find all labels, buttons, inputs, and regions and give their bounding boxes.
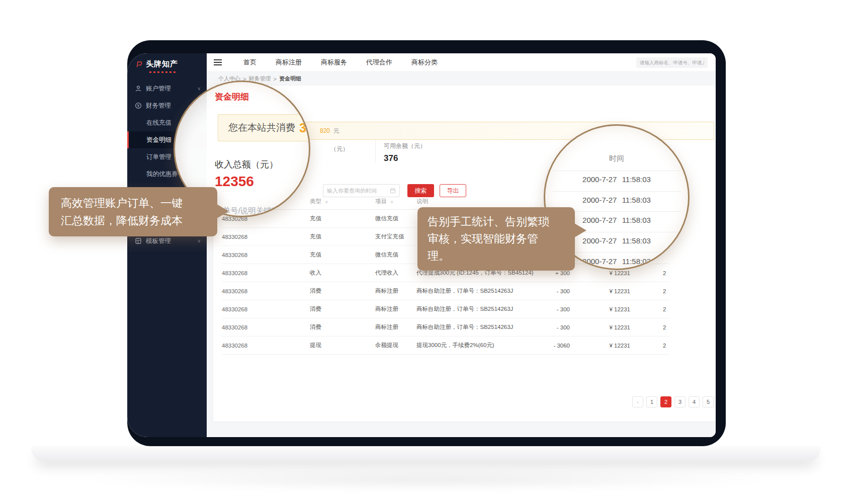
cell-amount: + 300 — [542, 270, 570, 276]
col-header-type[interactable]: 类型 ∨ — [310, 198, 375, 205]
cell-time: 2 — [630, 288, 669, 294]
zoomed-time-cell: 2000-7-27 11:58:03 — [545, 175, 688, 184]
cell-type: 收入 — [310, 269, 375, 277]
cell-order: 48330268 — [222, 234, 310, 240]
table-row: 48330268 消费 商标注册 商标自助注册，订单号：SB2514263J -… — [222, 282, 669, 300]
cell-time: 2 — [630, 270, 669, 276]
balance-label: 可用余额（元） — [384, 142, 426, 150]
cell-project: 商标注册 — [375, 323, 416, 331]
zoomed-row-divider — [552, 191, 681, 192]
cell-balance: ¥ 12231 — [570, 324, 630, 330]
cell-amount: - 300 — [542, 324, 570, 330]
search-input[interactable] — [636, 57, 708, 68]
logo: 头牌知产 — [127, 53, 207, 71]
cell-type: 消费 — [310, 323, 375, 331]
logo-title: 头牌知产 — [146, 59, 178, 69]
sidebar-item-label: 模板管理 — [146, 237, 197, 245]
breadcrumb-item-current: 资金明细 — [279, 75, 301, 82]
cell-desc: 商标自助注册，订单号：SB2514263J — [416, 323, 542, 331]
col-header-label: 项目 — [375, 198, 387, 204]
cell-type: 提现 — [310, 342, 375, 349]
logo-icon — [135, 61, 142, 68]
zoomed-income-label: 收入总额（元） — [215, 158, 278, 171]
table-row: 48330268 消费 商标注册 商标自助注册，订单号：SB2514263J -… — [222, 318, 669, 337]
tooltip-left: 高效管理账户订单、一键 汇总数据，降低财务成本 — [49, 187, 217, 236]
cell-time: 2 — [630, 306, 669, 312]
cell-amount: - 3060 — [542, 343, 570, 349]
pagination-page-1[interactable]: 1 — [646, 396, 657, 407]
cell-order: 48330268 — [222, 288, 310, 294]
sidebar-item-account[interactable]: 账户管理 ∨ — [127, 80, 207, 97]
cell-order: 48330268 — [222, 306, 310, 312]
breadcrumb: 个人中心 > 财务管理 > 资金明细 — [207, 72, 716, 86]
template-icon — [135, 237, 142, 244]
top-navbar: 首页 商标注册 商标服务 代理合作 商标分类 — [207, 53, 716, 72]
sort-caret-icon: ∨ — [390, 200, 393, 204]
cell-type: 充值 — [310, 233, 375, 240]
cell-amount: - 300 — [542, 306, 570, 312]
col-header-label: 类型 — [310, 198, 321, 204]
cell-balance: ¥ 12231 — [570, 288, 630, 294]
available-balance-stat: 可用余额（元） 376 — [384, 142, 426, 163]
zoomed-row-divider — [552, 171, 681, 171]
tooltip-line: 高效管理账户订单、一键 — [61, 194, 205, 212]
laptop-base — [31, 446, 821, 462]
banner-amount-fragment: 820 元 — [320, 127, 339, 135]
cell-project: 微信充值 — [375, 251, 416, 259]
zoomed-time-header: 时间 — [545, 154, 688, 163]
stage: 头牌知产 账户管理 ∨ — [0, 0, 853, 504]
col-header-desc: 说明 — [416, 198, 542, 205]
sort-caret-icon: ∨ — [325, 200, 328, 204]
nav-item-home[interactable]: 首页 — [243, 58, 257, 67]
nav-items: 首页 商标注册 商标服务 代理合作 商标分类 — [243, 58, 438, 67]
pagination-page-4[interactable]: 4 — [689, 396, 700, 407]
cell-project: 微信充值 — [375, 215, 416, 222]
sidebar-item-label: 资金明细 — [146, 136, 172, 144]
sidebar-item-label: 我的优惠券 — [146, 170, 178, 179]
table-row: 48330268 提现 余额提现 提现3000元，手续费2%(60元) - 30… — [222, 337, 669, 355]
banner-amount: 820 — [320, 127, 330, 134]
pagination-page-3[interactable]: 3 — [674, 396, 686, 407]
nav-item-trademark-class[interactable]: 商标分类 — [411, 58, 438, 67]
breadcrumb-separator: > — [273, 76, 276, 82]
tooltip-arrow-icon — [574, 223, 586, 237]
cell-type: 充值 — [310, 251, 375, 259]
cell-project: 支付宝充值 — [375, 233, 416, 240]
zoomed-income-value: 12356 — [215, 174, 254, 190]
stats-divider — [375, 140, 376, 163]
cell-type: 消费 — [310, 287, 375, 295]
cell-order: 48330268 — [222, 270, 310, 276]
pagination: ‹ 1 2 3 4 5 — [632, 396, 714, 407]
zoomed-banner-prefix: 您在本站共消费 — [228, 121, 295, 134]
pagination-page-2-active[interactable]: 2 — [660, 396, 671, 407]
laptop-shadow — [70, 468, 785, 491]
cell-desc: 商标自助注册，订单号：SB2514263J — [416, 305, 542, 313]
cell-type: 充值 — [310, 215, 375, 222]
cell-balance: ¥ 12231 — [570, 306, 630, 312]
pagination-page-5[interactable]: 5 — [703, 396, 714, 407]
cell-type: 消费 — [310, 305, 375, 313]
cell-order: 48330268 — [222, 252, 310, 258]
cell-desc: 商标自助注册，订单号：SB2514263J — [416, 287, 542, 295]
chevron-down-icon: ∨ — [197, 86, 201, 91]
nav-item-trademark-service[interactable]: 商标服务 — [321, 58, 347, 67]
cell-order: 48330268 — [222, 343, 310, 349]
user-icon — [135, 85, 142, 92]
cell-desc: 提现3000元，手续费2%(60元) — [416, 342, 542, 349]
zoomed-time-cell: 2000-7-27 11:58:03 — [545, 196, 688, 204]
nav-item-agency[interactable]: 代理合作 — [366, 58, 392, 67]
cell-balance: ¥ 12231 — [570, 343, 630, 349]
sidebar-item-label: 在线充值 — [146, 119, 172, 127]
table-row: 48330268 消费 商标注册 商标自助注册，订单号：SB2514263J -… — [222, 300, 669, 318]
tooltip-line: 告别手工统计、告别繁琐 — [428, 213, 565, 230]
nav-item-trademark-register[interactable]: 商标注册 — [276, 58, 302, 67]
cell-project: 余额提现 — [375, 342, 416, 349]
calendar-icon — [390, 188, 396, 194]
tooltip-right: 告别手工统计、告别繁琐 审核，实现智能财务管 理。 — [417, 207, 575, 271]
menu-icon[interactable] — [214, 58, 222, 67]
col-header-project[interactable]: 项目 ∨ — [375, 198, 416, 205]
pagination-prev-button[interactable]: ‹ — [632, 396, 643, 407]
cell-order: 48330268 — [222, 324, 310, 330]
cell-amount: - 300 — [542, 288, 570, 294]
chevron-down-icon: ∨ — [197, 238, 201, 243]
